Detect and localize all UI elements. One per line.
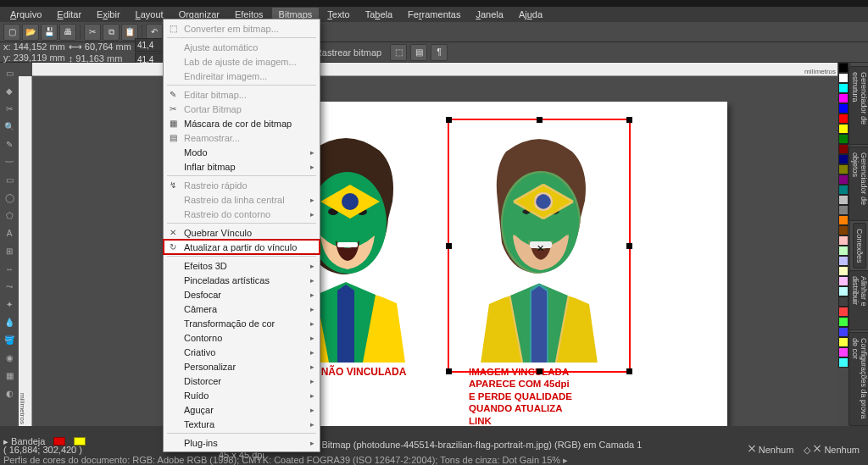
handle-s[interactable]: [537, 368, 542, 374]
menuitem-atualizar-a-partir-do-v-nculo[interactable]: Atualizar a partir do vínculo↻: [164, 240, 320, 254]
swatch[interactable]: [838, 154, 849, 164]
swatch[interactable]: [838, 63, 849, 73]
tool-freehand[interactable]: ✎: [1, 136, 18, 152]
tool-table[interactable]: ⊞: [1, 242, 18, 259]
tool-ellipse[interactable]: ◯: [1, 189, 18, 206]
swatch[interactable]: [838, 164, 849, 174]
save-button[interactable]: 💾: [41, 24, 58, 41]
swatch[interactable]: [838, 134, 849, 144]
tool-outline[interactable]: ◉: [1, 349, 18, 366]
tool-connector[interactable]: ⤳: [1, 278, 18, 295]
tool-shape[interactable]: ◆: [1, 82, 18, 99]
tool-eyedrop[interactable]: 💧: [1, 313, 18, 330]
docker-tab-configura-es-da-prova-de-cor[interactable]: Configurações da prova de cor: [849, 332, 869, 426]
color-palette[interactable]: [837, 63, 849, 426]
menuitem-efeitos-3d[interactable]: Efeitos 3D: [164, 258, 320, 273]
menuitem-criativo[interactable]: Criativo: [164, 345, 320, 359]
menuitem-modo[interactable]: Modo: [164, 145, 320, 159]
tool-zoom[interactable]: 🔍: [1, 118, 18, 135]
menuitem-pinceladas-art-sticas[interactable]: Pinceladas artísticas: [164, 273, 320, 287]
swatch[interactable]: [838, 296, 849, 307]
menu-arquivo[interactable]: Arquivo: [3, 8, 48, 21]
bitmaps-menu-dropdown[interactable]: Converter em bitmap...⬚Ajuste automático…: [163, 19, 320, 452]
tool-text[interactable]: A: [1, 224, 18, 241]
crop-button[interactable]: ⬚: [390, 44, 407, 61]
resample-button[interactable]: ▤: [410, 44, 427, 61]
menu-exibir[interactable]: Exibir: [90, 8, 127, 21]
tool-smart[interactable]: 〰: [1, 153, 18, 170]
swatch[interactable]: [838, 357, 849, 368]
swatch[interactable]: [838, 276, 849, 286]
swatch[interactable]: [838, 73, 849, 83]
tool-transparency[interactable]: ◐: [1, 385, 18, 401]
swatch[interactable]: [838, 215, 849, 225]
docker-tab-gerenciador-de-objetos[interactable]: Gerenciador de objetos: [849, 147, 869, 221]
open-button[interactable]: 📂: [22, 24, 39, 41]
menu-ajuda[interactable]: Ajuda: [512, 8, 549, 21]
fill-indicator[interactable]: Nenhum: [748, 445, 794, 456]
menuitem-transforma-o-de-cor[interactable]: Transformação de cor: [164, 316, 320, 330]
copy-button[interactable]: ⧉: [103, 24, 120, 41]
swatch[interactable]: [838, 113, 849, 124]
swatch[interactable]: [838, 317, 849, 327]
handle-e[interactable]: [626, 243, 632, 249]
swatch[interactable]: [838, 246, 849, 256]
handle-se[interactable]: [626, 368, 632, 374]
tool-pick[interactable]: ▭: [1, 64, 18, 81]
trace-bitmap-label[interactable]: Rastrear bitmap: [310, 47, 387, 58]
menuitem-ru-do[interactable]: Ruído: [164, 388, 320, 402]
swatch[interactable]: [838, 256, 849, 266]
swatch[interactable]: [838, 337, 849, 347]
tool-polygon[interactable]: ⬠: [1, 207, 18, 224]
swatch[interactable]: [838, 103, 849, 113]
menuitem-c-mera[interactable]: Câmera: [164, 302, 320, 316]
tool-rect[interactable]: ▭: [1, 171, 18, 188]
menuitem-desfocar[interactable]: Desfocar: [164, 287, 320, 302]
swatch[interactable]: [838, 83, 849, 93]
handle-n[interactable]: [537, 117, 542, 123]
handle-sw[interactable]: [446, 368, 452, 374]
swatch[interactable]: [838, 185, 849, 195]
tool-mesh[interactable]: ▦: [1, 367, 18, 384]
docker-tab-alinhar-e-distribuir[interactable]: Alinhar e distribuir: [849, 270, 869, 330]
handle-nw[interactable]: [446, 117, 452, 123]
swatch[interactable]: [838, 93, 849, 103]
swatch[interactable]: [838, 327, 849, 337]
menuitem-distorcer[interactable]: Distorcer: [164, 374, 320, 388]
tool-dimension[interactable]: ↔: [1, 260, 18, 277]
new-doc-button[interactable]: ▢: [3, 24, 20, 41]
swatch[interactable]: [838, 266, 849, 276]
handle-ne[interactable]: [626, 117, 632, 123]
wrap-button[interactable]: ¶: [431, 44, 448, 61]
print-button[interactable]: 🖶: [59, 24, 76, 41]
swatch[interactable]: [838, 124, 849, 134]
menubar[interactable]: ArquivoEditarExibirLayoutOrganizarEfeito…: [0, 7, 868, 22]
handle-center[interactable]: ✕: [537, 243, 542, 249]
menu-tabela[interactable]: Tabela: [359, 8, 399, 21]
outline-indicator[interactable]: ◇ Nenhum: [804, 445, 860, 456]
swatch[interactable]: [838, 205, 849, 215]
menu-ferramentas[interactable]: Ferramentas: [401, 8, 467, 21]
menuitem-inflar-bitmap[interactable]: Inflar bitmap: [164, 159, 320, 174]
menuitem-plug-ins[interactable]: Plug-ins: [164, 435, 320, 450]
docker-tab-gerenciador-de-estrutura[interactable]: Gerenciador de estrutura: [849, 66, 869, 145]
menuitem-personalizar[interactable]: Personalizar: [164, 359, 320, 374]
cut-button[interactable]: ✂: [84, 24, 101, 41]
menuitem-contorno[interactable]: Contorno: [164, 330, 320, 345]
docker-tab-conex-es[interactable]: Conexões: [853, 223, 866, 269]
tool-fill[interactable]: 🪣: [1, 331, 18, 348]
swatch[interactable]: [838, 225, 849, 235]
menu-janela[interactable]: Janela: [469, 8, 509, 21]
swatch[interactable]: [838, 307, 849, 317]
menu-texto[interactable]: Texto: [320, 8, 356, 21]
swatch[interactable]: [838, 174, 849, 185]
swatch[interactable]: [838, 286, 849, 296]
menuitem-textura[interactable]: Textura: [164, 417, 320, 431]
handle-w[interactable]: [446, 243, 452, 249]
swatch[interactable]: [838, 347, 849, 357]
menuitem-m-scara-de-cor-de-bitmap[interactable]: Máscara de cor de bitmap▦: [164, 116, 320, 130]
canvas[interactable]: IMAGEM NÃO VINCULADA IMAGEM VINCULADAAPA…: [32, 76, 837, 426]
swatch[interactable]: [838, 195, 849, 205]
tool-crop[interactable]: ✂: [1, 100, 18, 117]
tool-fx[interactable]: ✦: [1, 296, 18, 313]
